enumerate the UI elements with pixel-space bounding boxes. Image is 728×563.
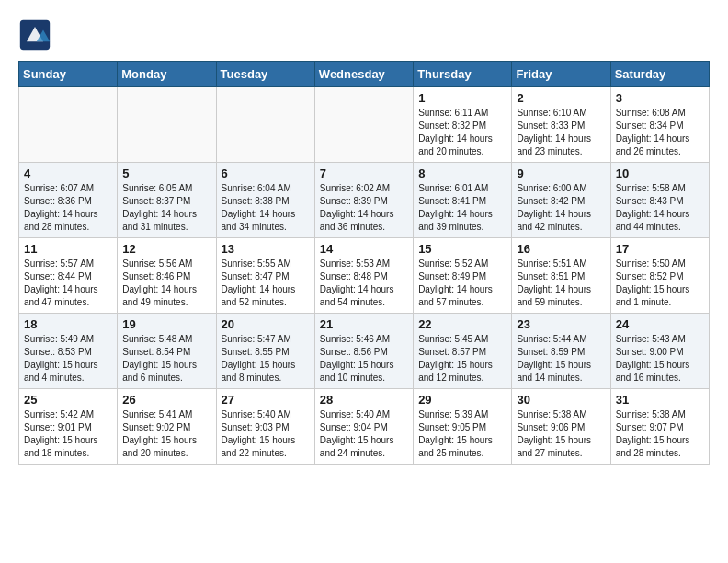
col-header-thursday: Thursday (414, 62, 512, 87)
day-info: Sunrise: 5:47 AM Sunset: 8:55 PM Dayligh… (222, 333, 310, 385)
day-number: 2 (517, 91, 605, 105)
day-number: 13 (222, 242, 310, 256)
day-number: 27 (222, 393, 310, 407)
day-info: Sunrise: 5:50 AM Sunset: 8:52 PM Dayligh… (616, 258, 704, 309)
calendar-header-row: SundayMondayTuesdayWednesdayThursdayFrid… (19, 62, 710, 87)
calendar-cell: 20Sunrise: 5:47 AM Sunset: 8:55 PM Dayli… (216, 314, 314, 389)
day-info: Sunrise: 6:07 AM Sunset: 8:36 PM Dayligh… (24, 182, 112, 234)
day-number: 19 (122, 317, 210, 331)
calendar-cell: 23Sunrise: 5:44 AM Sunset: 8:59 PM Dayli… (512, 314, 610, 389)
day-number: 23 (517, 317, 605, 331)
page-header (18, 18, 710, 52)
day-info: Sunrise: 6:00 AM Sunset: 8:42 PM Dayligh… (517, 182, 605, 234)
calendar-cell: 12Sunrise: 5:56 AM Sunset: 8:46 PM Dayli… (118, 238, 216, 314)
day-info: Sunrise: 6:05 AM Sunset: 8:37 PM Dayligh… (122, 182, 210, 234)
day-number: 14 (320, 242, 408, 256)
col-header-tuesday: Tuesday (216, 62, 314, 87)
calendar-week-row: 25Sunrise: 5:42 AM Sunset: 9:01 PM Dayli… (19, 389, 710, 465)
day-number: 5 (122, 167, 210, 180)
calendar-cell: 17Sunrise: 5:50 AM Sunset: 8:52 PM Dayli… (610, 238, 709, 314)
day-number: 3 (616, 91, 704, 105)
calendar-cell: 29Sunrise: 5:39 AM Sunset: 9:05 PM Dayli… (414, 389, 512, 465)
col-header-wednesday: Wednesday (314, 62, 413, 87)
day-info: Sunrise: 5:38 AM Sunset: 9:07 PM Dayligh… (616, 408, 704, 460)
calendar-cell: 2Sunrise: 6:10 AM Sunset: 8:33 PM Daylig… (512, 87, 610, 163)
day-number: 22 (418, 317, 506, 331)
day-info: Sunrise: 5:42 AM Sunset: 9:01 PM Dayligh… (24, 408, 112, 460)
logo-icon (18, 18, 51, 52)
day-info: Sunrise: 5:49 AM Sunset: 8:53 PM Dayligh… (24, 333, 112, 385)
day-number: 4 (24, 167, 112, 180)
day-number: 17 (616, 242, 704, 256)
day-info: Sunrise: 6:01 AM Sunset: 8:41 PM Dayligh… (418, 182, 506, 234)
logo (18, 18, 57, 52)
calendar-week-row: 1Sunrise: 6:11 AM Sunset: 8:32 PM Daylig… (19, 87, 710, 163)
calendar-cell: 5Sunrise: 6:05 AM Sunset: 8:37 PM Daylig… (118, 163, 216, 238)
day-number: 24 (616, 317, 704, 331)
calendar-cell: 6Sunrise: 6:04 AM Sunset: 8:38 PM Daylig… (216, 163, 314, 238)
day-number: 12 (122, 242, 210, 256)
day-number: 26 (122, 393, 210, 407)
day-number: 30 (517, 393, 605, 407)
calendar-cell: 14Sunrise: 5:53 AM Sunset: 8:48 PM Dayli… (314, 238, 413, 314)
calendar-cell: 1Sunrise: 6:11 AM Sunset: 8:32 PM Daylig… (414, 87, 512, 163)
calendar-cell: 3Sunrise: 6:08 AM Sunset: 8:34 PM Daylig… (610, 87, 709, 163)
col-header-sunday: Sunday (19, 62, 118, 87)
col-header-friday: Friday (512, 62, 610, 87)
calendar-week-row: 4Sunrise: 6:07 AM Sunset: 8:36 PM Daylig… (19, 163, 710, 238)
calendar-cell: 4Sunrise: 6:07 AM Sunset: 8:36 PM Daylig… (19, 163, 118, 238)
calendar-cell (314, 87, 413, 163)
day-number: 1 (418, 91, 506, 105)
day-number: 11 (24, 242, 112, 256)
day-number: 18 (24, 317, 112, 331)
day-number: 29 (418, 393, 506, 407)
day-info: Sunrise: 6:04 AM Sunset: 8:38 PM Dayligh… (222, 182, 310, 234)
calendar-week-row: 11Sunrise: 5:57 AM Sunset: 8:44 PM Dayli… (19, 238, 710, 314)
day-info: Sunrise: 5:56 AM Sunset: 8:46 PM Dayligh… (122, 258, 210, 309)
day-info: Sunrise: 5:40 AM Sunset: 9:04 PM Dayligh… (320, 408, 408, 460)
calendar-cell: 18Sunrise: 5:49 AM Sunset: 8:53 PM Dayli… (19, 314, 118, 389)
calendar-cell: 9Sunrise: 6:00 AM Sunset: 8:42 PM Daylig… (512, 163, 610, 238)
day-info: Sunrise: 5:45 AM Sunset: 8:57 PM Dayligh… (418, 333, 506, 385)
calendar-cell (19, 87, 118, 163)
calendar-cell: 22Sunrise: 5:45 AM Sunset: 8:57 PM Dayli… (414, 314, 512, 389)
day-number: 16 (517, 242, 605, 256)
day-number: 8 (418, 167, 506, 180)
day-info: Sunrise: 5:46 AM Sunset: 8:56 PM Dayligh… (320, 333, 408, 385)
calendar-cell: 24Sunrise: 5:43 AM Sunset: 9:00 PM Dayli… (610, 314, 709, 389)
day-number: 10 (616, 167, 704, 180)
calendar-cell: 11Sunrise: 5:57 AM Sunset: 8:44 PM Dayli… (19, 238, 118, 314)
calendar-week-row: 18Sunrise: 5:49 AM Sunset: 8:53 PM Dayli… (19, 314, 710, 389)
day-info: Sunrise: 5:39 AM Sunset: 9:05 PM Dayligh… (418, 408, 506, 460)
day-info: Sunrise: 5:58 AM Sunset: 8:43 PM Dayligh… (616, 182, 704, 234)
calendar: SundayMondayTuesdayWednesdayThursdayFrid… (18, 61, 710, 465)
calendar-cell: 31Sunrise: 5:38 AM Sunset: 9:07 PM Dayli… (610, 389, 709, 465)
day-info: Sunrise: 5:43 AM Sunset: 9:00 PM Dayligh… (616, 333, 704, 385)
day-number: 7 (320, 167, 408, 180)
calendar-cell: 30Sunrise: 5:38 AM Sunset: 9:06 PM Dayli… (512, 389, 610, 465)
day-info: Sunrise: 5:48 AM Sunset: 8:54 PM Dayligh… (122, 333, 210, 385)
day-number: 15 (418, 242, 506, 256)
day-number: 28 (320, 393, 408, 407)
day-info: Sunrise: 6:11 AM Sunset: 8:32 PM Dayligh… (418, 107, 506, 158)
calendar-cell (118, 87, 216, 163)
day-info: Sunrise: 6:08 AM Sunset: 8:34 PM Dayligh… (616, 107, 704, 158)
calendar-cell: 15Sunrise: 5:52 AM Sunset: 8:49 PM Dayli… (414, 238, 512, 314)
col-header-saturday: Saturday (610, 62, 709, 87)
calendar-cell: 28Sunrise: 5:40 AM Sunset: 9:04 PM Dayli… (314, 389, 413, 465)
day-info: Sunrise: 5:53 AM Sunset: 8:48 PM Dayligh… (320, 258, 408, 309)
day-info: Sunrise: 5:57 AM Sunset: 8:44 PM Dayligh… (24, 258, 112, 309)
day-info: Sunrise: 5:52 AM Sunset: 8:49 PM Dayligh… (418, 258, 506, 309)
calendar-cell (216, 87, 314, 163)
calendar-cell: 21Sunrise: 5:46 AM Sunset: 8:56 PM Dayli… (314, 314, 413, 389)
day-info: Sunrise: 5:40 AM Sunset: 9:03 PM Dayligh… (222, 408, 310, 460)
calendar-cell: 13Sunrise: 5:55 AM Sunset: 8:47 PM Dayli… (216, 238, 314, 314)
calendar-cell: 19Sunrise: 5:48 AM Sunset: 8:54 PM Dayli… (118, 314, 216, 389)
col-header-monday: Monday (118, 62, 216, 87)
calendar-cell: 27Sunrise: 5:40 AM Sunset: 9:03 PM Dayli… (216, 389, 314, 465)
day-info: Sunrise: 6:10 AM Sunset: 8:33 PM Dayligh… (517, 107, 605, 158)
calendar-cell: 26Sunrise: 5:41 AM Sunset: 9:02 PM Dayli… (118, 389, 216, 465)
calendar-cell: 16Sunrise: 5:51 AM Sunset: 8:51 PM Dayli… (512, 238, 610, 314)
calendar-cell: 25Sunrise: 5:42 AM Sunset: 9:01 PM Dayli… (19, 389, 118, 465)
calendar-cell: 7Sunrise: 6:02 AM Sunset: 8:39 PM Daylig… (314, 163, 413, 238)
